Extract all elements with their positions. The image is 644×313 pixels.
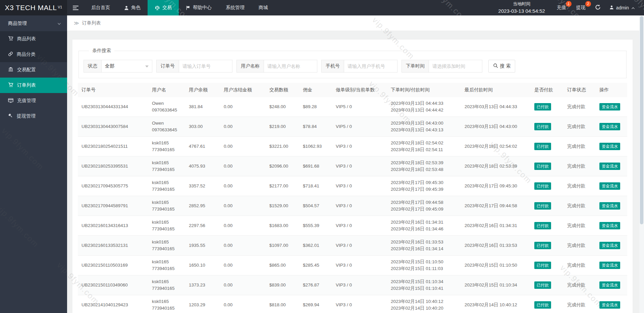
sidebar-item-recharge-management[interactable]: 充值管理 (0, 93, 67, 108)
fund-flow-button[interactable]: 资金流水 (599, 222, 620, 229)
col-last-pay-time: 最后付款时间 (461, 83, 531, 97)
vip-level: VIP3 / 0 (332, 137, 387, 156)
fund-flow-button[interactable]: 资金流水 (599, 242, 620, 249)
table-row: UB2302170944589791 ksk0165 773940165 285… (78, 196, 627, 216)
user-menu[interactable]: admin (605, 0, 639, 15)
trade-amount: $865.00 (266, 256, 299, 275)
fund-flow-button[interactable]: 资金流水 (599, 103, 620, 110)
user-account: 773940165 (152, 265, 181, 272)
user-name: ksk0165 (152, 298, 181, 305)
order-status: 完成付款 (564, 97, 596, 117)
nav-item-roles[interactable]: 角色 (117, 0, 148, 15)
order-number: UB2302180253395531 (78, 156, 148, 176)
fund-flow-button[interactable]: 资金流水 (599, 182, 620, 190)
col-username: 用户名 (148, 83, 185, 97)
paid-badge: 已付款 (534, 163, 551, 170)
last-pay-time: 2023年02月17日 09:44:58 (461, 196, 531, 216)
table-row: UB2302160134316413 ksk0165 773940165 229… (78, 216, 627, 236)
sidebar-group-products[interactable]: 商品管理 (0, 15, 67, 31)
commission: $1062.93 (299, 137, 332, 156)
order-time-input[interactable] (429, 60, 482, 72)
pay-time: 2023年02月16日 01:34:46 (391, 226, 457, 232)
navbar-right: 当地时间 2023-03-13 04:54:52 充值 1 提现 2 admin (498, 0, 644, 15)
vip-level: VIP5 / 0 (332, 97, 387, 117)
nav-item-system[interactable]: 系统管理 (219, 0, 252, 15)
user-account: 0970633645 (152, 107, 181, 114)
username-input[interactable] (264, 60, 317, 72)
vertical-scrollbar-thumb[interactable] (640, 16, 643, 224)
nav-item-mall[interactable]: 商城 (252, 0, 275, 15)
user-icon (124, 5, 129, 10)
nav-label: 交易 (162, 5, 172, 11)
sidebar-item-label: 充值管理 (17, 98, 36, 104)
last-pay-time: 2023年02月15日 01:10:34 (461, 275, 531, 295)
main-content: ≫ 订单列表 条件搜索 状态 全部 订单号 用户名称 (67, 15, 639, 313)
fund-flow-button[interactable]: 资金流水 (599, 281, 620, 289)
top-navbar: X3 TECH MALLV1 后台首页 角色 交易 帮助中心 系统管理 商城 当… (0, 0, 644, 15)
order-pay-time-cell: 2023年03月13日 04:44:33 2023年03月13日 04:44:4… (387, 97, 461, 117)
sidebar-item-withdraw-management[interactable]: 提现管理 (0, 108, 67, 124)
order-no-input[interactable] (179, 60, 232, 72)
order-time: 2023年03月13日 04:43:00 (391, 120, 457, 127)
user-cell: ksk0165 773940165 (148, 137, 185, 156)
fund-flow-button[interactable]: 资金流水 (599, 163, 620, 170)
order-pay-time-cell: 2023年02月15日 01:10:50 2023年02月15日 01:11:0… (387, 256, 461, 275)
table-header-row: 订单号 用户名 用户余额 用户冻结金额 交易数额 佣金 做单级别/当前单数 下单… (78, 83, 627, 97)
user-cell: Owen 0970633645 (148, 117, 185, 137)
last-pay-time: 2023年03月13日 04:44:33 (461, 97, 531, 117)
pay-time: 2023年02月15日 01:10:41 (391, 285, 457, 292)
fund-flow-button[interactable]: 资金流水 (599, 262, 620, 269)
select-caret-icon (145, 65, 149, 68)
fund-flow-button[interactable]: 资金流水 (599, 202, 620, 210)
nav-item-trade[interactable]: 交易 (148, 0, 179, 15)
order-status: 完成付款 (564, 275, 596, 295)
nav-item-dashboard[interactable]: 后台首页 (84, 0, 117, 15)
user-cell: ksk0165 773940165 (148, 256, 185, 275)
recharge-button[interactable]: 充值 1 (552, 0, 571, 15)
phone-input[interactable] (344, 60, 397, 72)
fund-flow-button[interactable]: 资金流水 (599, 123, 620, 130)
status-selected-value: 全部 (105, 63, 114, 69)
nav-label: 帮助中心 (193, 5, 212, 11)
paid-cell: 已付款 (531, 156, 564, 176)
trade-amount: $2096.00 (266, 156, 299, 176)
status-label: 状态 (84, 60, 102, 72)
sidebar-item-order-list[interactable]: 订单列表 (0, 78, 67, 93)
pay-time: 2023年03月13日 04:43:13 (391, 127, 457, 133)
user-cell: Owen 0970633645 (148, 97, 185, 117)
action-cell: 资金流水 (596, 256, 627, 275)
vip-level: VIP5 / 0 (332, 117, 387, 137)
search-icon (493, 63, 498, 69)
commission: $78.84 (299, 117, 332, 137)
sidebar-item-product-category[interactable]: 商品分类 (0, 47, 67, 62)
pay-time: 2023年02月16日 01:34:14 (391, 245, 457, 252)
user-account: 773940165 (152, 245, 181, 252)
order-status: 完成付款 (564, 216, 596, 236)
sidebar-item-product-list[interactable]: 商品列表 (0, 31, 67, 47)
table-row: UB2302160133532131 ksk0165 773940165 193… (78, 236, 627, 256)
user-name: ksk0165 (152, 179, 181, 186)
sidebar-toggle-button[interactable] (67, 0, 84, 15)
action-cell: 资金流水 (596, 196, 627, 216)
paid-badge: 已付款 (534, 202, 551, 210)
order-number: UB2303130443007584 (78, 117, 148, 137)
refresh-button[interactable] (591, 0, 605, 15)
withdraw-button[interactable]: 提现 2 (571, 0, 591, 15)
paid-badge: 已付款 (534, 182, 551, 190)
pay-time: 2023年02月17日 09:45:39 (391, 186, 457, 193)
order-status: 完成付款 (564, 117, 596, 137)
user-name: ksk0165 (152, 278, 181, 285)
order-number: UB2302180254021511 (78, 137, 148, 156)
local-time: 当地时间 2023-03-13 04:54:52 (498, 1, 545, 15)
fund-flow-button[interactable]: 资金流水 (599, 301, 620, 309)
paid-badge: 已付款 (534, 143, 551, 150)
sidebar-item-trade-config[interactable]: 交易配置 (0, 62, 67, 78)
status-select[interactable]: 全部 (102, 60, 152, 72)
fund-flow-button[interactable]: 资金流水 (599, 143, 620, 150)
search-button[interactable]: 搜 索 (488, 60, 515, 73)
nav-item-help-center[interactable]: 帮助中心 (179, 0, 219, 15)
vip-level: VIP3 / 0 (332, 176, 387, 196)
paid-cell: 已付款 (531, 236, 564, 256)
paid-badge: 已付款 (534, 103, 551, 110)
user-frozen-amount: 0.00 (220, 97, 266, 117)
